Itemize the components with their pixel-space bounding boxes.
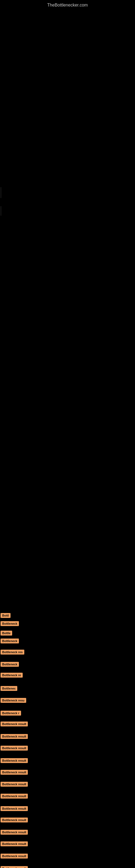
bottleneck-result-badge[interactable]: Bottleneck result <box>1 758 28 763</box>
bottleneck-result-badge[interactable]: Bottleneck resu <box>1 698 26 703</box>
bottleneck-result-badge[interactable]: Bottleneck result <box>1 841 28 846</box>
bottleneck-result-badge[interactable]: Bottleneck result <box>1 817 28 823</box>
bottleneck-result-badge[interactable]: Bottleneck result <box>1 770 28 775</box>
bottleneck-result-badge[interactable]: Bottleneck <box>1 639 19 643</box>
bottleneck-result-badge[interactable]: Bottleneck r <box>1 711 21 716</box>
vertical-line <box>1 187 1 198</box>
bottleneck-result-badge[interactable]: Bottleneck result <box>1 782 28 786</box>
bottleneck-result-badge[interactable]: Bottleneck result <box>1 866 28 868</box>
bottleneck-result-badge[interactable]: Bottleneck result <box>1 721 28 726</box>
bottleneck-result-badge[interactable]: Bottleneck <box>1 621 19 626</box>
bottleneck-result-badge[interactable]: Bottleneck result <box>1 794 28 799</box>
bottleneck-result-badge[interactable]: Bottleneck result <box>1 806 28 811</box>
bottleneck-result-badge[interactable]: Bottleneck res <box>1 650 24 654</box>
site-title: TheBottlenecker.com <box>0 0 135 10</box>
bottleneck-result-badge[interactable]: Bottleneck re <box>1 673 23 678</box>
bottleneck-result-badge[interactable]: Bottlenec <box>1 686 17 691</box>
vertical-line <box>1 206 1 216</box>
bottleneck-result-badge[interactable]: Bottle <box>1 631 12 636</box>
bottleneck-result-badge[interactable]: Bottleneck result <box>1 830 28 835</box>
bottleneck-result-badge[interactable]: Bottleneck result <box>1 734 28 739</box>
bottleneck-result-badge[interactable]: Bottleneck result <box>1 854 28 859</box>
bottleneck-result-badge[interactable]: Bottleneck <box>1 662 19 667</box>
bottleneck-result-badge[interactable]: Bottl <box>1 613 10 618</box>
bottleneck-result-badge[interactable]: Bottleneck result <box>1 746 28 750</box>
